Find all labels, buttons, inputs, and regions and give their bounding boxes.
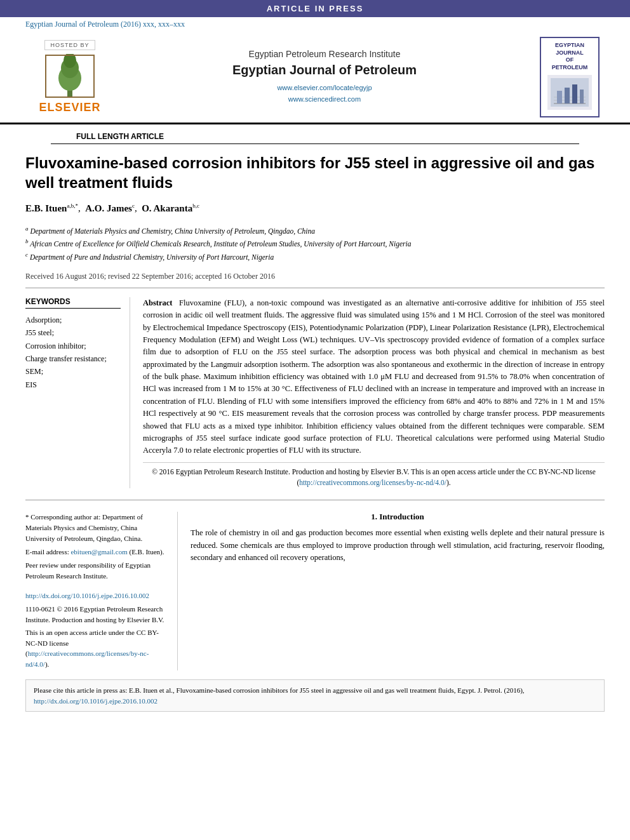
intro-heading: 1. Introduction — [191, 512, 605, 522]
affiliations: a Department of Materials Physics and Ch… — [25, 220, 605, 268]
keyword-corrosion: Corrosion inhibitor; — [25, 340, 121, 352]
bottom-two-col: * Corresponding author at: Department of… — [25, 505, 605, 676]
corresponding-label: Corresponding — [30, 513, 72, 521]
footnotes-col: * Corresponding author at: Department of… — [25, 512, 178, 670]
abstract-copyright-link[interactable]: http://creativecommons.org/licenses/by-n… — [299, 479, 446, 486]
author-3-name: O. Akaranta — [142, 203, 192, 213]
doi-link[interactable]: http://dx.doi.org/10.1016/j.ejpe.2016.10… — [25, 592, 149, 599]
abstract-col: Abstract Fluvoxamine (FLU), a non-toxic … — [143, 297, 605, 488]
citation-doi-link[interactable]: http://dx.doi.org/10.1016/j.ejpe.2016.10… — [34, 697, 158, 705]
institute-name: Egyptian Petroleum Research Institute — [249, 49, 401, 59]
elsevier-tree-icon — [44, 54, 95, 98]
affiliation-b: b African Centre of Excellence for Oilfi… — [25, 237, 605, 250]
keyword-sem: SEM; — [25, 365, 121, 378]
abstract-text: Abstract Fluvoxamine (FLU), a non-toxic … — [143, 297, 605, 457]
elsevier-text: ELSEVIER — [39, 101, 100, 114]
author-2-name: A.O. James — [85, 203, 132, 213]
journal-name: Egyptian Journal of Petroleum — [232, 63, 417, 77]
footnote-star: * — [25, 513, 29, 521]
keyword-adsorption: Adsorption; — [25, 314, 121, 326]
keywords-abstract-section: KEYWORDS Adsorption; J55 steel; Corrosio… — [25, 288, 605, 495]
citation-box: Please cite this article in press as: E.… — [25, 679, 605, 712]
journal-link[interactable]: Egyptian Journal of Petroleum (2016) xxx… — [25, 20, 185, 29]
journal-center: Egyptian Petroleum Research Institute Eg… — [121, 32, 528, 123]
issn-line: 1110-0621 © 2016 Egyptian Petroleum Rese… — [25, 603, 168, 626]
article-title: Fluvoxamine-based corrosion inhibitors f… — [25, 144, 605, 199]
doi-line: http://dx.doi.org/10.1016/j.ejpe.2016.10… — [25, 587, 168, 603]
abstract-body: Fluvoxamine (FLU), a non-toxic compound … — [143, 298, 605, 455]
keyword-j55: J55 steel; — [25, 326, 121, 339]
intro-text: The role of chemistry in oil and gas pro… — [191, 527, 605, 564]
dates-line: Received 16 August 2016; revised 22 Sept… — [25, 268, 605, 288]
author-1-name: E.B. Ituen — [25, 203, 67, 213]
svg-rect-14 — [580, 90, 584, 103]
keyword-eis: EIS — [25, 378, 121, 391]
journal-logo-inner: EgyptianJournalofPetroleum — [540, 37, 600, 117]
svg-rect-13 — [572, 84, 577, 103]
journal-links: www.elsevier.com/locate/egyjp www.scienc… — [277, 83, 372, 105]
keywords-title: KEYWORDS — [25, 297, 121, 309]
author-2-sup: c — [132, 203, 135, 209]
peer-review-note: Peer review under responsibility of Egyp… — [25, 560, 168, 582]
article-type: FULL LENGTH ARTICLE — [51, 124, 579, 144]
journal-url1[interactable]: www.elsevier.com/locate/egyjp — [277, 83, 372, 94]
open-access-link[interactable]: http://creativecommons.org/licenses/by-n… — [25, 650, 149, 668]
intro-col: 1. Introduction The role of chemistry in… — [191, 512, 605, 670]
journal-link-line: Egyptian Journal of Petroleum (2016) xxx… — [0, 17, 630, 32]
author-1-sup: a,b,* — [67, 203, 78, 209]
svg-rect-11 — [557, 91, 562, 103]
open-access-line: This is an open access article under the… — [25, 626, 168, 670]
abstract-copyright: © 2016 Egyptian Petroleum Research Insti… — [143, 462, 605, 489]
svg-rect-12 — [565, 88, 570, 103]
affiliation-c: c Department of Pure and Industrial Chem… — [25, 250, 605, 263]
abstract-label: Abstract — [143, 298, 173, 307]
journal-logo-title: EgyptianJournalofPetroleum — [545, 42, 594, 72]
section-divider — [25, 500, 605, 500]
keywords-col: KEYWORDS Adsorption; J55 steel; Corrosio… — [25, 297, 130, 488]
author-3-sup: b,c — [192, 203, 199, 209]
email-label: E-mail address: — [25, 548, 70, 556]
keyword-charge: Charge transfer resistance; — [25, 352, 121, 365]
corresponding-note: * Corresponding author at: Department of… — [25, 512, 168, 544]
elsevier-logo-box: HOSTED BY ELSEVIER — [25, 32, 114, 123]
article-in-press-banner: ARTICLE IN PRESS — [0, 0, 630, 17]
citation-and: and — [373, 686, 384, 694]
email-author: (E.B. Ituen). — [128, 548, 164, 556]
email-line: E-mail address: ebituen@gmail.com (E.B. … — [25, 547, 168, 557]
journal-url2[interactable]: www.sciencedirect.com — [277, 94, 372, 105]
journal-logo-box: EgyptianJournalofPetroleum — [535, 32, 605, 123]
header-area: HOSTED BY ELSEVIER Egyptian Petroleum Re… — [0, 32, 630, 124]
journal-logo-image — [547, 75, 592, 110]
email-link[interactable]: ebituen@gmail.com — [70, 548, 127, 556]
authors-line: E.B. Ituena,b,*, A.O. Jamesc, O. Akarant… — [25, 199, 605, 220]
affiliation-a: a Department of Materials Physics and Ch… — [25, 224, 605, 237]
main-content: FULL LENGTH ARTICLE Fluvoxamine-based co… — [0, 124, 630, 712]
hosted-by-label: HOSTED BY — [44, 40, 95, 50]
